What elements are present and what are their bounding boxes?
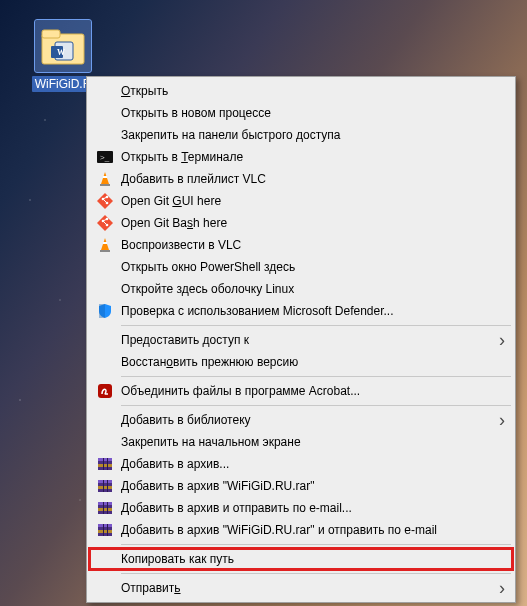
menu-acrobat[interactable]: Объединить файлы в программе Acrobat... — [89, 380, 513, 402]
svg-rect-45 — [98, 530, 112, 533]
menu-pin-quick[interactable]: Закрепить на панели быстрого доступа — [89, 124, 513, 146]
svg-rect-36 — [103, 480, 104, 492]
acrobat-icon — [93, 383, 117, 399]
menu-item-label: Отправить — [117, 581, 487, 595]
menu-powershell[interactable]: Открыть окно PowerShell здесь — [89, 256, 513, 278]
defender-icon — [93, 303, 117, 319]
menu-item-label: Открыть — [117, 84, 487, 98]
desktop: W WiFiGiD.R ОткрытьОткрыть в новом проце… — [0, 0, 527, 606]
svg-rect-37 — [107, 480, 108, 492]
svg-text:W: W — [57, 48, 65, 57]
svg-rect-40 — [98, 508, 112, 511]
context-menu: ОткрытьОткрыть в новом процессеЗакрепить… — [86, 76, 516, 603]
menu-separator — [121, 405, 511, 406]
svg-rect-44 — [98, 524, 112, 527]
menu-item-label: Открыть в Терминале — [117, 150, 487, 164]
svg-rect-26 — [99, 304, 105, 318]
svg-rect-34 — [98, 480, 112, 483]
menu-linux-shell[interactable]: Откройте здесь оболочку Linux — [89, 278, 513, 300]
menu-item-label: Добавить в архив и отправить по e-mail..… — [117, 501, 487, 515]
svg-rect-30 — [98, 464, 112, 467]
menu-item-label: Откройте здесь оболочку Linux — [117, 282, 487, 296]
menu-git-bash[interactable]: Open Git Bash here — [89, 212, 513, 234]
svg-rect-1 — [42, 30, 60, 38]
git-icon — [93, 193, 117, 209]
menu-item-label: Open Git Bash here — [117, 216, 487, 230]
menu-item-label: Добавить в плейлист VLC — [117, 172, 487, 186]
menu-copy-path[interactable]: Копировать как путь — [89, 548, 513, 570]
chevron-right-icon: › — [499, 578, 505, 599]
rar-icon — [93, 456, 117, 472]
menu-separator — [121, 376, 511, 377]
menu-item-label: Предоставить доступ к — [117, 333, 487, 347]
menu-separator — [121, 325, 511, 326]
menu-item-label: Добавить в архив "WiFiGiD.RU.rar" и отпр… — [117, 523, 487, 537]
vlc-icon — [93, 171, 117, 187]
rar-icon — [93, 478, 117, 494]
folder-icon: W — [35, 20, 91, 72]
menu-restore[interactable]: Восстановить прежнюю версию — [89, 351, 513, 373]
menu-open-terminal[interactable]: >_Открыть в Терминале — [89, 146, 513, 168]
menu-item-label: Открыть окно PowerShell здесь — [117, 260, 487, 274]
menu-rar-add-named[interactable]: Добавить в архив "WiFiGiD.RU.rar" — [89, 475, 513, 497]
svg-rect-42 — [107, 502, 108, 514]
menu-open[interactable]: Открыть — [89, 80, 513, 102]
rar-icon — [93, 522, 117, 538]
chevron-right-icon: › — [499, 330, 505, 351]
menu-rar-add[interactable]: Добавить в архив... — [89, 453, 513, 475]
rar-icon — [93, 500, 117, 516]
menu-item-label: Добавить в библиотеку — [117, 413, 487, 427]
menu-rar-email[interactable]: Добавить в архив и отправить по e-mail..… — [89, 497, 513, 519]
menu-item-label: Добавить в архив... — [117, 457, 487, 471]
menu-item-label: Копировать как путь — [117, 552, 487, 566]
desktop-file-label: WiFiGiD.R — [32, 76, 95, 92]
menu-item-label: Восстановить прежнюю версию — [117, 355, 487, 369]
svg-rect-9 — [100, 184, 110, 186]
menu-item-label: Воспроизвести в VLC — [117, 238, 487, 252]
vlc-icon — [93, 237, 117, 253]
menu-rar-email-named[interactable]: Добавить в архив "WiFiGiD.RU.rar" и отпр… — [89, 519, 513, 541]
menu-item-label: Проверка с использованием Microsoft Defe… — [117, 304, 487, 318]
svg-rect-35 — [98, 486, 112, 489]
svg-rect-39 — [98, 502, 112, 505]
chevron-right-icon: › — [499, 410, 505, 431]
svg-rect-10 — [103, 176, 107, 178]
svg-rect-47 — [107, 524, 108, 536]
svg-rect-29 — [98, 458, 112, 461]
menu-vlc-play[interactable]: Воспроизвести в VLC — [89, 234, 513, 256]
git-icon — [93, 215, 117, 231]
menu-pin-start[interactable]: Закрепить на начальном экране — [89, 431, 513, 453]
terminal-icon: >_ — [93, 149, 117, 165]
svg-rect-24 — [100, 250, 110, 252]
svg-rect-27 — [98, 384, 112, 398]
menu-open-new-process[interactable]: Открыть в новом процессе — [89, 102, 513, 124]
menu-separator — [121, 573, 511, 574]
menu-send-to[interactable]: Отправить› — [89, 577, 513, 599]
menu-item-label: Объединить файлы в программе Acrobat... — [117, 384, 487, 398]
svg-rect-25 — [103, 242, 107, 244]
svg-rect-31 — [103, 458, 104, 470]
svg-rect-32 — [107, 458, 108, 470]
menu-library[interactable]: Добавить в библиотеку› — [89, 409, 513, 431]
menu-item-label: Добавить в архив "WiFiGiD.RU.rar" — [117, 479, 487, 493]
menu-git-gui[interactable]: Open Git GUI here — [89, 190, 513, 212]
menu-vlc-playlist[interactable]: Добавить в плейлист VLC — [89, 168, 513, 190]
menu-share[interactable]: Предоставить доступ к› — [89, 329, 513, 351]
menu-item-label: Открыть в новом процессе — [117, 106, 487, 120]
svg-text:>_: >_ — [100, 153, 110, 162]
menu-separator — [121, 544, 511, 545]
menu-item-label: Закрепить на панели быстрого доступа — [117, 128, 487, 142]
svg-rect-46 — [103, 524, 104, 536]
menu-defender[interactable]: Проверка с использованием Microsoft Defe… — [89, 300, 513, 322]
menu-item-label: Open Git GUI here — [117, 194, 487, 208]
svg-rect-41 — [103, 502, 104, 514]
menu-item-label: Закрепить на начальном экране — [117, 435, 487, 449]
